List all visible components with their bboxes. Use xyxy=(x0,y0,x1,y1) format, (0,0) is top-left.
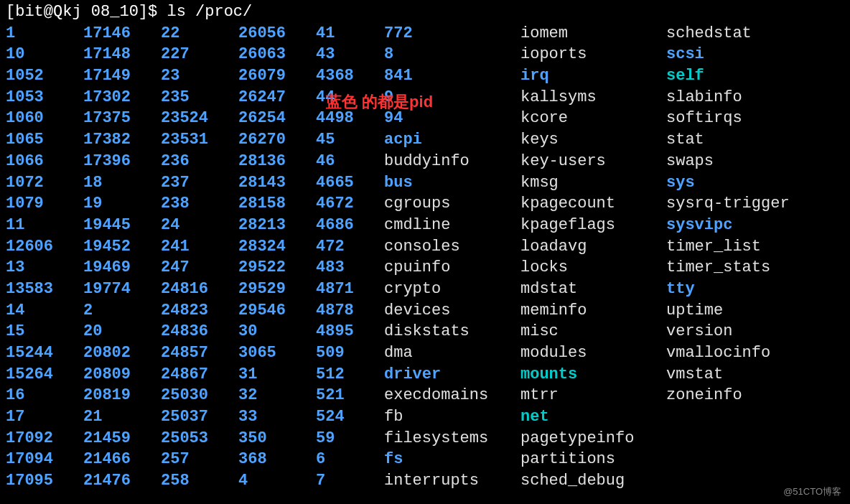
proc-entry: 17092 xyxy=(6,428,83,449)
proc-entry: kallsyms xyxy=(520,87,666,108)
proc-entry: tty xyxy=(666,279,810,300)
proc-entry: diskstats xyxy=(384,321,520,342)
proc-entry: 17302 xyxy=(83,87,161,108)
proc-entry: 21459 xyxy=(83,428,161,449)
proc-entry: 237 xyxy=(161,172,238,194)
proc-entry: 9 xyxy=(384,87,520,108)
proc-entry: 17149 xyxy=(83,65,161,87)
proc-entry: cgroups xyxy=(384,193,520,215)
proc-entry: 24823 xyxy=(161,300,238,322)
proc-entry: uptime xyxy=(666,300,810,322)
proc-entry: 1065 xyxy=(6,129,83,151)
proc-entry: 11 xyxy=(6,215,83,236)
proc-entry: 28136 xyxy=(238,151,316,172)
column-7: schedstatscsiselfslabinfosoftirqsstatswa… xyxy=(666,23,810,492)
proc-entry: 17 xyxy=(6,406,83,428)
proc-entry: mdstat xyxy=(520,279,666,300)
proc-entry: 19469 xyxy=(83,257,161,279)
proc-entry: 235 xyxy=(161,87,238,108)
proc-entry: 17146 xyxy=(83,23,161,45)
proc-entry: 13583 xyxy=(6,279,83,300)
proc-entry: 509 xyxy=(316,342,384,364)
column-5: 7728841994acpibuddyinfobuscgroupscmdline… xyxy=(384,23,520,492)
proc-entry: 20819 xyxy=(83,385,161,406)
proc-entry: 19445 xyxy=(83,215,161,236)
proc-entry: 25030 xyxy=(161,385,238,406)
proc-entry: 33 xyxy=(238,406,316,428)
proc-entry: 21476 xyxy=(83,470,161,492)
proc-entry: sched_debug xyxy=(520,470,666,492)
proc-entry: 19452 xyxy=(83,236,161,258)
proc-entry: 21 xyxy=(83,406,161,428)
proc-entry: 26079 xyxy=(238,65,316,87)
proc-entry: interrupts xyxy=(384,470,520,492)
proc-entry: 4672 xyxy=(316,193,384,215)
proc-entry: dma xyxy=(384,342,520,364)
proc-entry: iomem xyxy=(520,23,666,45)
proc-entry: buddyinfo xyxy=(384,151,520,172)
proc-entry: 17094 xyxy=(6,449,83,470)
proc-entry: bus xyxy=(384,172,520,194)
proc-entry: cpuinfo xyxy=(384,257,520,279)
proc-entry: 29546 xyxy=(238,300,316,322)
column-0: 1101052105310601065106610721079111260613… xyxy=(6,23,83,492)
proc-entry: execdomains xyxy=(384,385,520,406)
proc-entry: 46 xyxy=(316,151,384,172)
proc-entry: net xyxy=(520,406,666,428)
proc-entry: 1052 xyxy=(6,65,83,87)
proc-entry: zoneinfo xyxy=(666,385,810,406)
proc-entry: 10 xyxy=(6,44,83,65)
proc-entry: 4 xyxy=(238,470,316,492)
proc-entry: 1060 xyxy=(6,108,83,129)
proc-entry: 2 xyxy=(83,300,161,322)
proc-entry: 25037 xyxy=(161,406,238,428)
proc-entry: 841 xyxy=(384,65,520,87)
proc-entry: 1079 xyxy=(6,193,83,215)
proc-entry: 25053 xyxy=(161,428,238,449)
proc-entry: pagetypeinfo xyxy=(520,428,666,449)
proc-entry: 59 xyxy=(316,428,384,449)
proc-entry: kpagecount xyxy=(520,193,666,215)
proc-entry: 20802 xyxy=(83,342,161,364)
proc-entry: 17148 xyxy=(83,44,161,65)
proc-entry: 4871 xyxy=(316,279,384,300)
proc-entry: schedstat xyxy=(666,23,810,45)
proc-entry: timer_list xyxy=(666,236,810,258)
proc-entry: self xyxy=(666,65,810,87)
proc-entry: keys xyxy=(520,129,666,151)
proc-entry: 14 xyxy=(6,300,83,322)
proc-entry: 24867 xyxy=(161,364,238,386)
proc-entry: devices xyxy=(384,300,520,322)
proc-entry: kpageflags xyxy=(520,215,666,236)
proc-entry: 521 xyxy=(316,385,384,406)
proc-entry: softirqs xyxy=(666,108,810,129)
command-prompt-line: [bit@Qkj 08_10]$ ls /proc/ xyxy=(6,1,844,23)
proc-entry: 29522 xyxy=(238,257,316,279)
proc-entry: 4878 xyxy=(316,300,384,322)
command-text: ls /proc/ xyxy=(167,3,252,21)
proc-entry: 24857 xyxy=(161,342,238,364)
proc-entry: 8 xyxy=(384,44,520,65)
proc-entry: 236 xyxy=(161,151,238,172)
proc-entry: 241 xyxy=(161,236,238,258)
proc-entry: 247 xyxy=(161,257,238,279)
proc-entry: timer_stats xyxy=(666,257,810,279)
proc-entry: irq xyxy=(520,65,666,87)
proc-entry: 15244 xyxy=(6,342,83,364)
proc-entry: 1053 xyxy=(6,87,83,108)
proc-entry: 32 xyxy=(238,385,316,406)
proc-entry: 28158 xyxy=(238,193,316,215)
column-1: 1714617148171491730217375173821739618191… xyxy=(83,23,161,492)
proc-entry: 94 xyxy=(384,108,520,129)
proc-entry: kcore xyxy=(520,108,666,129)
proc-entry: 257 xyxy=(161,449,238,470)
proc-entry: 19 xyxy=(83,193,161,215)
proc-entry: 1072 xyxy=(6,172,83,194)
proc-entry: vmallocinfo xyxy=(666,342,810,364)
proc-entry: 26056 xyxy=(238,23,316,45)
proc-entry: 512 xyxy=(316,364,384,386)
proc-entry: 22 xyxy=(161,23,238,45)
proc-entry: 227 xyxy=(161,44,238,65)
proc-entry: consoles xyxy=(384,236,520,258)
proc-entry: 15264 xyxy=(6,364,83,386)
